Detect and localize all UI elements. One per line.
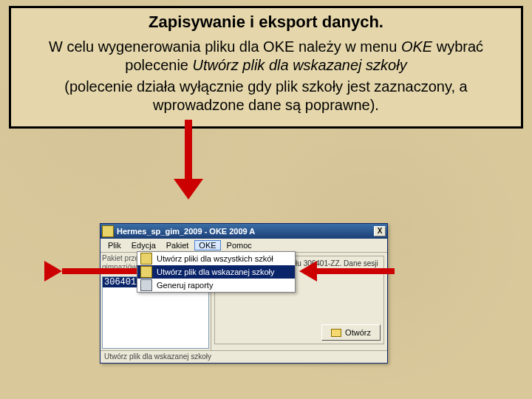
app-icon (102, 225, 114, 237)
menu-pakiet[interactable]: Pakiet (162, 240, 194, 250)
window-title: Hermes_sp_gim_2009 - OKE 2009 A (117, 227, 374, 236)
callout-title: Zapisywanie i eksport danych. (20, 13, 512, 32)
oke-dropdown: Utwórz pliki dla wszystkich szkół Utwórz… (137, 251, 296, 293)
callout-p1-emph1: OKE (401, 38, 432, 55)
arrow-left-icon (299, 268, 395, 282)
app-window: Hermes_sp_gim_2009 - OKE 2009 A X Plik E… (100, 223, 388, 364)
close-button[interactable]: X (374, 226, 386, 236)
menu-edycja[interactable]: Edycja (127, 240, 160, 250)
menu-plik[interactable]: Plik (103, 240, 126, 250)
callout-p1-emph2: Utwórz plik dla wskazanej szkoły (193, 57, 407, 73)
menu-pomoc[interactable]: Pomoc (222, 240, 256, 250)
callout-p1a: W celu wygenerowania pliku dla OKE należ… (49, 38, 401, 55)
export-icon (140, 266, 152, 278)
arrow-right-icon (44, 268, 140, 282)
dropdown-item-label: Generuj raporty (157, 281, 213, 290)
printer-icon (140, 279, 152, 291)
callout-p1: W celu wygenerowania pliku dla OKE należ… (20, 38, 512, 75)
dropdown-item-label: Utwórz pliki dla wszystkich szkół (157, 254, 273, 263)
dropdown-item-label: Utwórz plik dla wskazanej szkoły (157, 267, 275, 276)
folder-open-icon (331, 329, 341, 337)
menu-oke[interactable]: OKE (194, 240, 220, 250)
statusbar: Utwórz plik dla wskazanej szkoły (100, 350, 387, 363)
export-icon (140, 253, 152, 265)
open-button-label: Otwórz (345, 328, 371, 337)
instruction-callout: Zapisywanie i eksport danych. W celu wyg… (9, 6, 523, 129)
callout-p2: (polecenie działa wyłącznie gdy plik szk… (20, 78, 512, 115)
arrow-down-icon (174, 120, 203, 201)
titlebar[interactable]: Hermes_sp_gim_2009 - OKE 2009 A X (100, 224, 387, 239)
dropdown-item-all-schools[interactable]: Utwórz pliki dla wszystkich szkół (137, 252, 295, 265)
dropdown-item-selected-school[interactable]: Utwórz plik dla wskazanej szkoły (137, 265, 295, 279)
open-button[interactable]: Otwórz (321, 324, 381, 341)
dropdown-item-reports[interactable]: Generuj raporty (137, 279, 295, 292)
